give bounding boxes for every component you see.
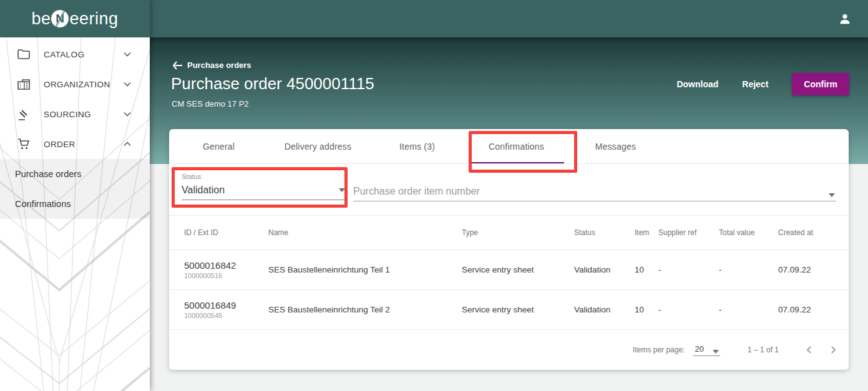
- column-header-item: Item: [635, 228, 658, 237]
- tab-items[interactable]: Items (3): [368, 129, 467, 163]
- folder-icon: [17, 49, 30, 59]
- cell-id-extid: 5000016849 1000000545: [184, 300, 268, 319]
- column-header-total-value: Total value: [719, 228, 778, 237]
- sidebar-item-order[interactable]: ORDER: [0, 129, 150, 159]
- logo-n-letter: N: [56, 12, 64, 26]
- top-app-bar: [150, 0, 868, 37]
- sidebar-header: beNeering: [0, 0, 150, 37]
- chevron-down-icon: [124, 112, 131, 117]
- page-range-label: 1 – 1 of 1: [748, 345, 779, 354]
- column-header-id: ID / Ext ID: [184, 228, 268, 237]
- cell-created-at: 07.09.22: [778, 265, 834, 274]
- sidebar-item-label: CATALOG: [44, 50, 84, 59]
- cell-type: Service entry sheet: [462, 265, 574, 274]
- cell-item: 10: [635, 265, 658, 274]
- dropdown-caret-icon: [713, 350, 719, 354]
- items-per-page-label: Items per page:: [633, 345, 685, 354]
- table-row[interactable]: 5000016849 1000000545 SES Baustelleneinr…: [169, 289, 849, 329]
- cell-status: Validation: [574, 265, 635, 274]
- tab-bar: General Delivery address Items (3) Confi…: [169, 129, 849, 164]
- table-header-row: ID / Ext ID Name Type Status Item Suppli…: [169, 215, 849, 249]
- order-submenu: Purchase orders Confirmations: [0, 159, 150, 219]
- cart-icon: [17, 138, 30, 150]
- previous-page-button[interactable]: [802, 343, 816, 357]
- tab-label: Delivery address: [285, 142, 351, 152]
- column-header-status: Status: [574, 228, 635, 237]
- cell-item: 10: [635, 305, 658, 314]
- tab-messages[interactable]: Messages: [566, 129, 665, 163]
- cell-created-at: 07.09.22: [778, 305, 834, 314]
- tab-delivery-address[interactable]: Delivery address: [268, 129, 368, 163]
- gavel-icon: [17, 109, 30, 120]
- cell-name: SES Baustelleneinrichtung Teil 1: [268, 265, 462, 274]
- confirm-button[interactable]: Confirm: [792, 73, 849, 95]
- next-page-button[interactable]: [826, 343, 840, 357]
- chevron-down-icon: [124, 52, 131, 57]
- items-per-page-select[interactable]: 20: [693, 344, 719, 356]
- column-header-supplier-ref: Supplier ref: [658, 228, 719, 237]
- confirmation-ext-id: 1000000545: [184, 312, 268, 319]
- user-account-button[interactable]: [838, 12, 852, 26]
- confirmation-id: 5000016842: [184, 260, 268, 271]
- sidebar-item-catalog[interactable]: CATALOG: [0, 39, 150, 69]
- page-subtitle: CM SES demo 17 P2: [172, 99, 249, 109]
- beneering-logo: beNeering: [31, 9, 118, 29]
- sidebar-item-sourcing[interactable]: SOURCING: [0, 99, 150, 129]
- back-link-label: Purchase orders: [187, 60, 251, 70]
- person-icon: [838, 12, 852, 26]
- cell-status: Validation: [574, 305, 635, 314]
- status-filter-value: Validation: [182, 185, 225, 196]
- dropdown-caret-icon: [829, 193, 835, 197]
- sidebar-item-label: ORDER: [44, 140, 76, 149]
- sidebar-item-confirmations[interactable]: Confirmations: [0, 189, 150, 219]
- sidebar-nav: CATALOG ORGANIZATION SOURCING: [0, 39, 150, 219]
- purchase-order-card: General Delivery address Items (3) Confi…: [169, 129, 849, 370]
- items-per-page-value: 20: [695, 344, 703, 354]
- tab-label: Confirmations: [489, 142, 544, 152]
- chevron-up-icon: [124, 142, 131, 147]
- cell-name: SES Baustelleneinrichtung Teil 2: [268, 305, 462, 314]
- column-header-type: Type: [462, 228, 574, 237]
- sidebar-item-label: SOURCING: [44, 110, 91, 119]
- cell-id-extid: 5000016842 1000000516: [184, 260, 268, 279]
- column-header-created-at: Created at: [778, 228, 834, 237]
- download-button[interactable]: Download: [676, 79, 718, 89]
- tab-label: Messages: [595, 142, 636, 152]
- confirmation-id: 5000016849: [184, 300, 268, 311]
- table-row[interactable]: 5000016842 1000000516 SES Baustelleneinr…: [169, 249, 849, 289]
- tab-label: General: [203, 142, 235, 152]
- logo-text-pre: be: [31, 9, 51, 29]
- sidebar-item-label: ORGANIZATION: [44, 80, 110, 89]
- back-arrow-icon: [172, 61, 182, 70]
- cell-total-value: -: [719, 305, 778, 314]
- filter-row: Status Validation: [169, 164, 849, 215]
- dropdown-caret-icon: [339, 188, 345, 192]
- tab-general[interactable]: General: [169, 129, 268, 163]
- sidebar: beNeering: [0, 0, 150, 391]
- po-item-number-field: [353, 164, 836, 215]
- reject-button[interactable]: Reject: [742, 79, 768, 89]
- cell-supplier-ref: -: [658, 305, 719, 314]
- column-header-name: Name: [268, 228, 462, 237]
- chevron-down-icon: [124, 82, 131, 87]
- tab-confirmations[interactable]: Confirmations: [467, 129, 566, 163]
- sidebar-item-purchase-orders[interactable]: Purchase orders: [0, 159, 150, 189]
- page-title: Purchase order 4500001115: [171, 74, 374, 94]
- confirmation-ext-id: 1000000516: [184, 272, 268, 279]
- active-tab-underline: [469, 162, 564, 164]
- status-filter-label: Status: [182, 173, 345, 182]
- building-icon: [17, 79, 30, 90]
- sidebar-item-organization[interactable]: ORGANIZATION: [0, 69, 150, 99]
- cell-type: Service entry sheet: [462, 305, 574, 314]
- po-item-number-input[interactable]: [353, 182, 836, 201]
- table-paginator: Items per page: 20 1 – 1 of 1: [169, 329, 849, 370]
- logo-text-post: eering: [69, 9, 118, 29]
- logo-n-badge: N: [51, 10, 69, 27]
- cell-total-value: -: [719, 265, 778, 274]
- header-actions: Download Reject Confirm: [676, 73, 849, 95]
- cell-supplier-ref: -: [658, 265, 719, 274]
- back-link[interactable]: Purchase orders: [172, 60, 251, 70]
- status-filter-select[interactable]: Status Validation: [182, 173, 345, 215]
- tab-label: Items (3): [399, 142, 435, 152]
